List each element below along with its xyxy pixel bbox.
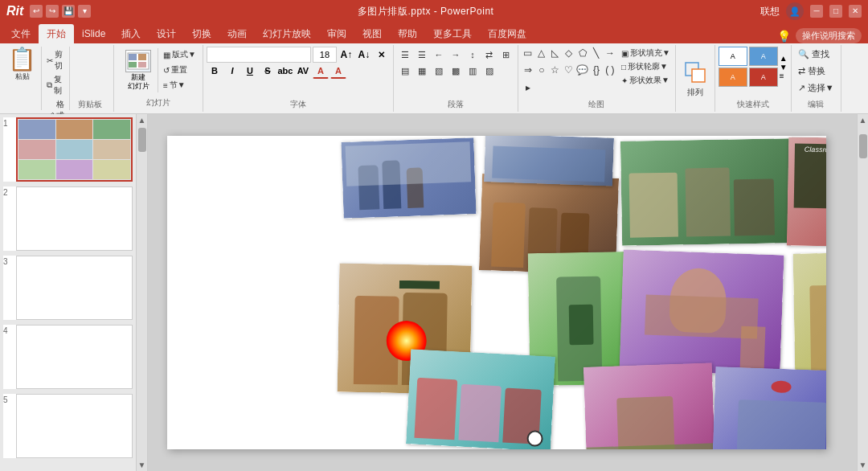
right-scrollbar[interactable]: ▲ ▼ bbox=[857, 114, 868, 471]
help-icon[interactable]: 💡 bbox=[777, 30, 791, 43]
style-box-3[interactable]: A bbox=[719, 68, 747, 87]
styles-up-icon[interactable]: ▲ bbox=[780, 54, 788, 63]
tab-review[interactable]: 审阅 bbox=[319, 24, 354, 43]
number-list-btn[interactable]: ☰ bbox=[414, 47, 430, 63]
slide-thumb-4[interactable]: 4 bbox=[3, 325, 133, 389]
photo-14[interactable] bbox=[484, 136, 614, 186]
increase-font-btn2[interactable]: AV bbox=[295, 63, 311, 79]
shape-triangle[interactable]: △ bbox=[535, 47, 548, 59]
bullet-list-btn[interactable]: ☰ bbox=[397, 47, 413, 63]
style-box-2[interactable]: A bbox=[749, 47, 778, 66]
user-avatar[interactable]: 👤 bbox=[786, 2, 804, 20]
undo-icon[interactable]: ↩ bbox=[30, 5, 43, 18]
window-close[interactable]: ✕ bbox=[849, 5, 862, 18]
text-color-btn[interactable]: A bbox=[330, 63, 346, 79]
paste-btn[interactable]: 粘贴 bbox=[15, 72, 30, 82]
tab-more-tools[interactable]: 更多工具 bbox=[425, 24, 480, 43]
bold-btn[interactable]: B bbox=[207, 63, 223, 79]
font-color-btn[interactable]: A bbox=[313, 63, 329, 79]
shape-arrow2[interactable]: ⇒ bbox=[522, 63, 534, 76]
new-slide-btn[interactable]: 新建幻灯片 bbox=[119, 48, 158, 92]
window-minimize[interactable]: ─ bbox=[810, 5, 823, 18]
tab-file[interactable]: 文件 bbox=[3, 24, 39, 43]
shape-arrow[interactable]: → bbox=[604, 47, 616, 59]
tab-baidu-pan[interactable]: 百度网盘 bbox=[480, 24, 534, 43]
save-icon[interactable]: 💾 bbox=[62, 5, 75, 18]
shape-heart[interactable]: ♡ bbox=[563, 63, 575, 76]
increase-indent-btn[interactable]: → bbox=[448, 47, 464, 63]
tab-insert[interactable]: 插入 bbox=[113, 24, 149, 43]
strikethrough-btn[interactable]: S bbox=[260, 63, 276, 79]
reset-btn[interactable]: ↺ 重置 bbox=[162, 63, 198, 76]
text-align-btn[interactable]: ▨ bbox=[481, 63, 497, 79]
shape-effect-btn[interactable]: ✦ 形状效果▼ bbox=[620, 74, 672, 87]
increase-font-btn[interactable]: A↑ bbox=[338, 47, 354, 63]
shape-bracket[interactable]: {} bbox=[590, 63, 603, 76]
photo-9[interactable] bbox=[793, 251, 826, 382]
scroll-down-arrow[interactable]: ▼ bbox=[137, 459, 147, 471]
align-right-btn[interactable]: ▧ bbox=[431, 63, 447, 79]
shape-star[interactable]: ☆ bbox=[549, 63, 562, 76]
window-maximize[interactable]: □ bbox=[829, 5, 842, 18]
find-btn[interactable]: 🔍 查找 bbox=[795, 47, 837, 62]
customize-icon[interactable]: ▾ bbox=[78, 5, 91, 18]
tab-help[interactable]: 帮助 bbox=[390, 24, 425, 43]
smartart-btn[interactable]: ⊞ bbox=[498, 47, 514, 63]
font-size-input[interactable] bbox=[313, 47, 337, 63]
font-family-input[interactable] bbox=[207, 47, 311, 63]
styles-down-icon[interactable]: ▼ bbox=[780, 63, 788, 72]
shape-right-triangle[interactable]: ◺ bbox=[549, 47, 562, 59]
shape-line[interactable]: ╲ bbox=[590, 47, 603, 59]
select-btn[interactable]: ↗ 选择▼ bbox=[795, 80, 837, 96]
scroll-thumb[interactable] bbox=[138, 128, 146, 152]
text-direction-btn[interactable]: ⇄ bbox=[481, 47, 497, 63]
copy-btn[interactable]: ⧉ 复制 bbox=[45, 73, 66, 97]
underline-btn[interactable]: U bbox=[242, 63, 258, 79]
section-btn[interactable]: ≡ 节▼ bbox=[162, 79, 198, 92]
photo-8[interactable] bbox=[619, 250, 784, 376]
line-spacing-btn[interactable]: ↕ bbox=[465, 47, 481, 63]
shape-diamond[interactable]: ◇ bbox=[563, 47, 575, 59]
photo-1[interactable] bbox=[341, 137, 476, 219]
tab-view[interactable]: 视图 bbox=[354, 24, 390, 43]
shape-rect[interactable]: ▭ bbox=[522, 47, 534, 59]
italic-btn[interactable]: I bbox=[224, 63, 240, 79]
layout-btn[interactable]: ▦ 版式▼ bbox=[162, 48, 198, 61]
shape-more[interactable]: ▸ bbox=[522, 81, 534, 94]
photo-12[interactable] bbox=[712, 367, 826, 449]
decrease-indent-btn[interactable]: ← bbox=[431, 47, 447, 63]
slide-thumb-1[interactable]: 1 bbox=[3, 117, 133, 182]
align-center-btn[interactable]: ▦ bbox=[414, 63, 430, 79]
tab-slideshow[interactable]: 幻灯片放映 bbox=[255, 24, 319, 43]
tab-home[interactable]: 开始 bbox=[39, 24, 74, 43]
operation-search[interactable]: 操作说明搜索 bbox=[796, 28, 862, 43]
slide-canvas[interactable]: ▲ ▼ bbox=[137, 114, 857, 471]
text-shadow-btn[interactable]: abc bbox=[277, 63, 293, 79]
v-scrollbar[interactable]: ▲ ▼ bbox=[137, 114, 148, 471]
shape-brace[interactable]: ( ) bbox=[604, 63, 616, 76]
style-box-4[interactable]: A bbox=[749, 68, 778, 87]
right-scroll-down[interactable]: ▼ bbox=[858, 459, 868, 471]
cut-btn[interactable]: ✂ 剪切 bbox=[45, 48, 66, 72]
photo-4[interactable]: Classroo... bbox=[787, 137, 826, 248]
tab-design[interactable]: 设计 bbox=[149, 24, 184, 43]
align-left-btn[interactable]: ▤ bbox=[397, 63, 413, 79]
justify-btn[interactable]: ▩ bbox=[448, 63, 464, 79]
right-scroll-up[interactable]: ▲ bbox=[858, 114, 868, 126]
shape-fill-btn[interactable]: ▣ 形状填充▼ bbox=[620, 47, 672, 59]
tab-islide[interactable]: iSlide bbox=[74, 24, 113, 43]
tab-transitions[interactable]: 切换 bbox=[184, 24, 219, 43]
decrease-font-btn[interactable]: A↓ bbox=[356, 47, 372, 63]
shape-outline-btn[interactable]: □ 形状轮廓▼ bbox=[620, 60, 672, 73]
styles-expand-icon[interactable]: ≡ bbox=[780, 72, 788, 80]
tab-animations[interactable]: 动画 bbox=[219, 24, 255, 43]
replace-btn[interactable]: ⇄ 替换 bbox=[795, 63, 837, 79]
style-box-1[interactable]: A bbox=[719, 47, 747, 66]
redo-icon[interactable]: ↪ bbox=[46, 5, 59, 18]
shape-ellipse[interactable]: ○ bbox=[535, 63, 548, 76]
arrange-section[interactable]: 排列 bbox=[676, 45, 715, 112]
photo-10[interactable] bbox=[406, 349, 555, 449]
shape-callout[interactable]: 💬 bbox=[576, 63, 589, 76]
photo-11[interactable] bbox=[583, 362, 715, 449]
shape-pentagon[interactable]: ⬠ bbox=[576, 47, 589, 59]
